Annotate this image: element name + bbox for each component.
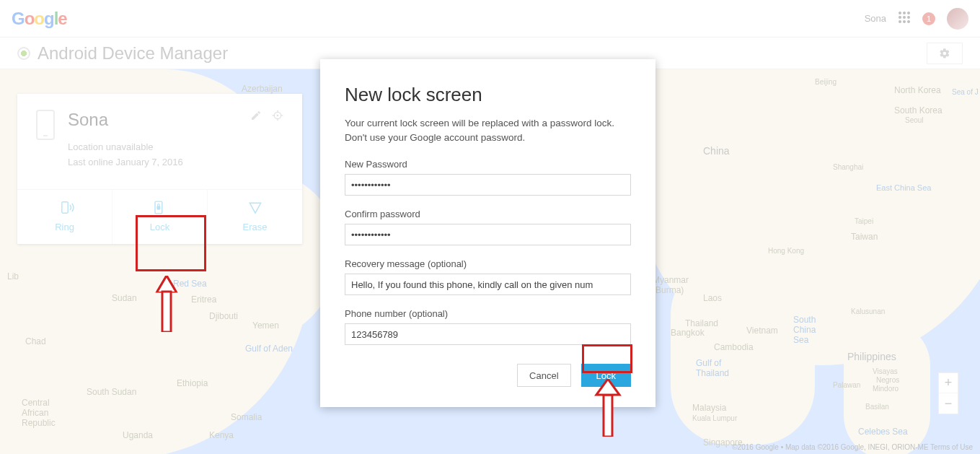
modal-desc-line: Don't use your Google account password.	[345, 132, 525, 143]
phone-number-label: Phone number (optional)	[345, 308, 631, 319]
phone-number-input[interactable]	[345, 323, 631, 345]
new-lock-screen-modal: New lock screen Your current lock screen…	[320, 59, 655, 407]
modal-title: New lock screen	[345, 84, 631, 106]
confirm-password-label: Confirm password	[345, 209, 631, 219]
recovery-message-input[interactable]	[345, 274, 631, 295]
lock-confirm-button[interactable]: Lock	[581, 364, 631, 387]
modal-desc-line: Your current lock screen will be replace…	[345, 118, 614, 128]
modal-description: Your current lock screen will be replace…	[345, 116, 631, 144]
new-password-input[interactable]	[345, 174, 631, 196]
new-password-label: New Password	[345, 159, 631, 170]
recovery-message-label: Recovery message (optional)	[345, 258, 631, 269]
confirm-password-input[interactable]	[345, 224, 631, 245]
cancel-button[interactable]: Cancel	[517, 364, 570, 387]
